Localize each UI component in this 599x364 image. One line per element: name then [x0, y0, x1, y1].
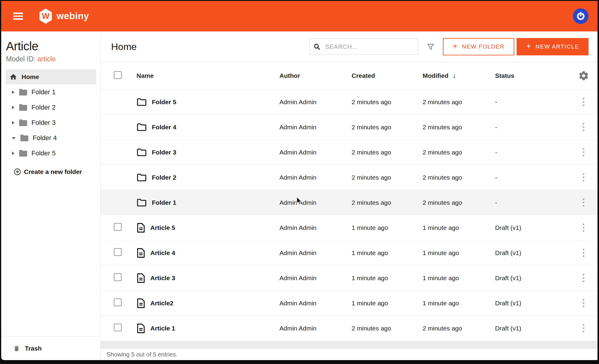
- caret-icon[interactable]: [12, 90, 14, 94]
- search-icon: [313, 43, 321, 51]
- table-row[interactable]: Folder 5 Admin Admin 2 minutes ago 2 min…: [101, 90, 598, 115]
- sidebar-folder-item-5[interactable]: Folder 5: [5, 145, 96, 161]
- row-menu-button[interactable]: [582, 97, 586, 107]
- create-folder-button[interactable]: Create a new folder: [5, 164, 96, 179]
- entry-created: 1 minute ago: [352, 274, 423, 282]
- entry-author: Admin Admin: [279, 174, 352, 181]
- table-row[interactable]: Folder 3 Admin Admin 2 minutes ago 2 min…: [101, 140, 598, 165]
- new-folder-button[interactable]: + NEW FOLDER: [443, 38, 514, 55]
- column-header-modified[interactable]: Modified↓: [423, 72, 495, 80]
- sidebar-folder-item-2[interactable]: Folder 2: [5, 100, 96, 115]
- entry-created: 1 minute ago: [352, 300, 423, 307]
- document-icon: [137, 298, 145, 308]
- table-row[interactable]: Folder 4 Admin Admin 2 minutes ago 2 min…: [101, 115, 598, 140]
- entry-author: Admin Admin: [279, 274, 352, 282]
- filter-funnel-icon: [426, 43, 435, 51]
- row-menu-button[interactable]: [582, 323, 586, 333]
- entry-name[interactable]: Article 3: [150, 274, 175, 282]
- entry-name[interactable]: Article 5: [150, 224, 175, 231]
- table-row[interactable]: Article 5 Admin Admin 1 minute ago 1 min…: [101, 215, 598, 240]
- document-icon: [137, 323, 145, 333]
- entry-author: Admin Admin: [279, 124, 352, 131]
- entry-name[interactable]: Folder 2: [152, 174, 176, 181]
- table-row[interactable]: Folder 2 Admin Admin 2 minutes ago 2 min…: [101, 165, 598, 190]
- caret-icon[interactable]: [12, 106, 14, 109]
- row-menu-button[interactable]: [582, 222, 586, 233]
- folder-icon: [137, 123, 147, 132]
- sidebar: Article Model ID: article Home: [1, 31, 101, 360]
- folder-icon: [19, 88, 28, 96]
- folder-label: Folder 3: [31, 119, 56, 127]
- plus-icon: +: [453, 42, 458, 50]
- plus-icon: +: [526, 42, 531, 50]
- user-avatar[interactable]: [573, 8, 589, 24]
- entry-status: -: [495, 199, 570, 206]
- row-menu-button[interactable]: [582, 197, 586, 208]
- sort-descending-icon[interactable]: ↓: [453, 72, 456, 79]
- row-menu-button[interactable]: [582, 172, 586, 183]
- row-menu-button[interactable]: [582, 248, 586, 258]
- sidebar-folder-item-4[interactable]: Folder 4: [5, 130, 96, 145]
- row-checkbox[interactable]: [114, 324, 122, 331]
- row-checkbox[interactable]: [114, 248, 122, 256]
- table-header: Name Author Created Modified↓ Status: [101, 62, 598, 90]
- create-folder-label: Create a new folder: [24, 168, 82, 175]
- column-header-created[interactable]: Created: [352, 72, 423, 79]
- entries-summary: Showing 5 out of 5 entries.: [107, 351, 178, 358]
- sidebar-folder-item-3[interactable]: Folder 3: [5, 115, 96, 130]
- row-checkbox[interactable]: [114, 273, 122, 281]
- column-settings-button[interactable]: [570, 70, 598, 81]
- top-app-bar: W webiny: [1, 1, 598, 31]
- hamburger-menu-icon[interactable]: [13, 13, 23, 20]
- entry-name[interactable]: Folder 3: [152, 149, 176, 156]
- entry-modified: 2 minutes ago: [423, 124, 495, 131]
- model-id-label: Model ID:: [6, 55, 35, 63]
- entry-name[interactable]: Folder 4: [152, 124, 176, 131]
- entry-author: Admin Admin: [279, 98, 352, 106]
- row-menu-button[interactable]: [582, 147, 586, 157]
- entry-name[interactable]: Article 1: [150, 325, 175, 332]
- row-menu-button[interactable]: [582, 273, 586, 283]
- model-title: Article: [6, 40, 96, 52]
- entry-name[interactable]: Folder 5: [152, 98, 176, 106]
- sidebar-folder-item-1[interactable]: Folder 1: [5, 84, 96, 100]
- entry-name[interactable]: Article 4: [150, 249, 175, 257]
- entry-status: -: [495, 124, 570, 131]
- column-header-status[interactable]: Status: [495, 72, 570, 79]
- row-checkbox[interactable]: [114, 223, 122, 231]
- entry-status: -: [495, 174, 570, 181]
- table-row[interactable]: Article 1 Admin Admin 2 minutes ago 2 mi…: [101, 316, 598, 341]
- entry-status: Draft (v1): [495, 249, 570, 257]
- entry-created: 1 minute ago: [352, 249, 423, 257]
- table-row[interactable]: Folder 1 Admin Admin 2 minutes ago 2 min…: [101, 190, 598, 215]
- table-row[interactable]: Article 4 Admin Admin 1 minute ago 1 min…: [101, 240, 598, 266]
- search-box[interactable]: [309, 39, 418, 55]
- main-content: Home + NEW FOLDER: [101, 31, 598, 360]
- sidebar-item-trash[interactable]: Trash: [1, 336, 100, 360]
- new-article-button[interactable]: + NEW ARTICLE: [517, 38, 589, 55]
- caret-icon[interactable]: [12, 137, 16, 139]
- column-header-name[interactable]: Name: [129, 72, 279, 79]
- select-all-checkbox[interactable]: [114, 71, 122, 79]
- entry-author: Admin Admin: [279, 249, 352, 257]
- entry-modified: 2 minutes ago: [423, 98, 495, 106]
- entry-modified: 2 minutes ago: [423, 174, 495, 181]
- entry-modified: 1 minute ago: [423, 224, 495, 231]
- table-row[interactable]: Article 3 Admin Admin 1 minute ago 1 min…: [101, 266, 598, 291]
- entry-name[interactable]: Folder 1: [152, 199, 176, 206]
- row-menu-button[interactable]: [582, 298, 586, 308]
- row-menu-button[interactable]: [582, 122, 586, 132]
- entry-created: 2 minutes ago: [352, 149, 423, 156]
- table-row[interactable]: Article2 Admin Admin 1 minute ago 1 minu…: [101, 291, 598, 316]
- webiny-logo[interactable]: W webiny: [39, 9, 89, 24]
- caret-icon[interactable]: [12, 121, 14, 125]
- sidebar-item-home[interactable]: Home: [5, 69, 96, 84]
- entry-created: 2 minutes ago: [352, 174, 423, 181]
- entry-name[interactable]: Article2: [150, 300, 173, 307]
- caret-icon[interactable]: [12, 151, 14, 155]
- filter-button[interactable]: [426, 43, 435, 51]
- search-input[interactable]: [325, 43, 414, 51]
- folder-tree: Home Folder 1 Folder 2 Folder 3: [1, 69, 100, 179]
- column-header-author[interactable]: Author: [279, 72, 352, 79]
- row-checkbox[interactable]: [114, 298, 122, 306]
